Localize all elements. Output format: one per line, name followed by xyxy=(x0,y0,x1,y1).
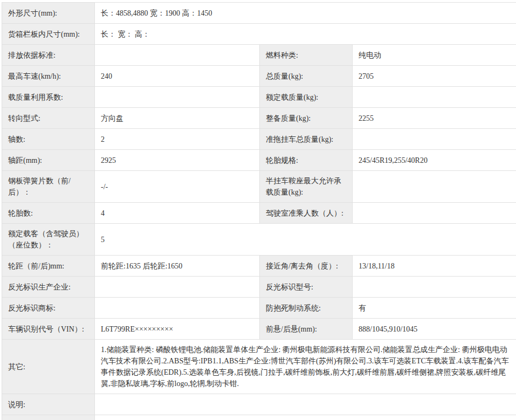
row-label: 额定载质量(kg): xyxy=(260,87,353,108)
table-row: 排放依据标准: 燃料种类: 纯电动 xyxy=(2,45,516,66)
row-value: 245/45R19,255/40R20 xyxy=(353,150,516,171)
table-row: 轴数: 2 准拖挂车总质量(kg): xyxy=(2,129,516,150)
row-value xyxy=(95,45,260,66)
row-label: 钢板弹簧片数（前/后）： xyxy=(2,171,95,203)
row-label: 总质量(kg): xyxy=(260,66,353,87)
row-value: 13/18,11/18 xyxy=(353,256,516,277)
row-label: 半挂车鞍座最大允许承载质量(kg): xyxy=(260,171,353,203)
table-row: 轮胎数: 4 驾驶室准乘人数（人）: xyxy=(2,203,516,224)
row-value xyxy=(95,394,516,415)
row-value xyxy=(95,277,260,298)
row-label: 反光标识生产企业: xyxy=(2,277,95,298)
row-label: 车辆识别代号（VIN）: xyxy=(2,319,95,340)
row-value: 5 xyxy=(95,224,516,256)
row-label: 反光标识型号: xyxy=(260,277,353,298)
table-row: 油耗申报值(L/100km): xyxy=(2,415,516,420)
row-label: 说明: xyxy=(2,394,95,415)
row-label: 燃料种类: xyxy=(260,45,353,66)
row-value xyxy=(353,277,516,298)
row-value xyxy=(353,129,516,150)
row-value xyxy=(353,203,516,224)
row-label: 油耗申报值(L/100km): xyxy=(2,415,95,420)
row-label: 前悬/后悬(mm): xyxy=(260,319,353,340)
row-value: L6T799RE××××××××× xyxy=(95,319,260,340)
table-row: 外形尺寸(mm): 长：4858,4880 宽：1900 高：1450 xyxy=(2,3,516,24)
row-label: 驾驶室准乘人数（人）: xyxy=(260,203,353,224)
row-value: 2255 xyxy=(353,108,516,129)
table-row: 轴距(mm): 2925 轮胎规格: 245/45R19,255/40R20 xyxy=(2,150,516,171)
row-label: 载质量利用系数: xyxy=(2,87,95,108)
row-value: 长：4858,4880 宽：1900 高：1450 xyxy=(95,3,516,24)
row-label: 轴数: xyxy=(2,129,95,150)
row-label: 轴距(mm): xyxy=(2,150,95,171)
row-value xyxy=(95,87,260,108)
row-value xyxy=(353,171,516,203)
row-value: 方向盘 xyxy=(95,108,260,129)
table-row: 说明: xyxy=(2,394,516,415)
row-label: 整备质量(kg): xyxy=(260,108,353,129)
table-row: 反光标识生产企业: 反光标识型号: xyxy=(2,277,516,298)
row-label: 反光标识商标: xyxy=(2,298,95,319)
row-label: 准拖挂车总质量(kg): xyxy=(260,129,353,150)
row-label: 轮距（前/后)mm: xyxy=(2,256,95,277)
row-label: 最高车速(km/h): xyxy=(2,66,95,87)
row-label: 轮胎规格: xyxy=(260,150,353,171)
row-value: 纯电动 xyxy=(353,45,516,66)
row-value: 前轮距:1635 后轮距:1650 xyxy=(95,256,260,277)
table-row: 钢板弹簧片数（前/后）： -/- 半挂车鞍座最大允许承载质量(kg): xyxy=(2,171,516,203)
row-value: 有 xyxy=(353,298,516,319)
row-value: 2925 xyxy=(95,150,260,171)
table-row: 额定载客（含驾驶员）（座位数）： 5 xyxy=(2,224,516,256)
row-value: -/- xyxy=(95,171,260,203)
table-row: 轮距（前/后)mm: 前轮距:1635 后轮距:1650 接近角/离去角（度）:… xyxy=(2,256,516,277)
row-label: 其它: xyxy=(2,340,95,394)
row-label: 外形尺寸(mm): xyxy=(2,3,95,24)
row-value: 888/1045,910/1045 xyxy=(353,319,516,340)
table-row: 车辆识别代号（VIN）: L6T799RE××××××××× 前悬/后悬(mm)… xyxy=(2,319,516,340)
table-row: 反光标识商标: 防抱死制动系统: 有 xyxy=(2,298,516,319)
row-value xyxy=(353,87,516,108)
table-row: 转向型式: 方向盘 整备质量(kg): 2255 xyxy=(2,108,516,129)
table-row: 最高车速(km/h): 240 总质量(kg): 2705 xyxy=(2,66,516,87)
table-row: 其它: 1.储能装置种类: 磷酸铁锂电池.储能装置单体生产企业: 衢州极电新能源… xyxy=(2,340,516,394)
row-label: 转向型式: xyxy=(2,108,95,129)
row-value: 4 xyxy=(95,203,260,224)
row-value: 1.储能装置种类: 磷酸铁锂电池.储能装置单体生产企业: 衢州极电新能源科技有限… xyxy=(95,340,516,394)
table-row: 货箱栏板内尺寸(mm): 长： 宽： 高： xyxy=(2,24,516,45)
spec-table: 外形尺寸(mm): 长：4858,4880 宽：1900 高：1450 货箱栏板… xyxy=(2,2,516,420)
row-label: 排放依据标准: xyxy=(2,45,95,66)
row-label: 防抱死制动系统: xyxy=(260,298,353,319)
row-label: 额定载客（含驾驶员）（座位数）： xyxy=(2,224,95,256)
row-value xyxy=(95,415,516,420)
row-value: 2705 xyxy=(353,66,516,87)
row-value: 长： 宽： 高： xyxy=(95,24,516,45)
row-value: 2 xyxy=(95,129,260,150)
row-value xyxy=(95,298,260,319)
vehicle-spec-sheet: 外形尺寸(mm): 长：4858,4880 宽：1900 高：1450 货箱栏板… xyxy=(2,2,514,420)
row-value: 240 xyxy=(95,66,260,87)
row-label: 轮胎数: xyxy=(2,203,95,224)
row-label: 接近角/离去角（度）: xyxy=(260,256,353,277)
table-row: 载质量利用系数: 额定载质量(kg): xyxy=(2,87,516,108)
row-label: 货箱栏板内尺寸(mm): xyxy=(2,24,95,45)
